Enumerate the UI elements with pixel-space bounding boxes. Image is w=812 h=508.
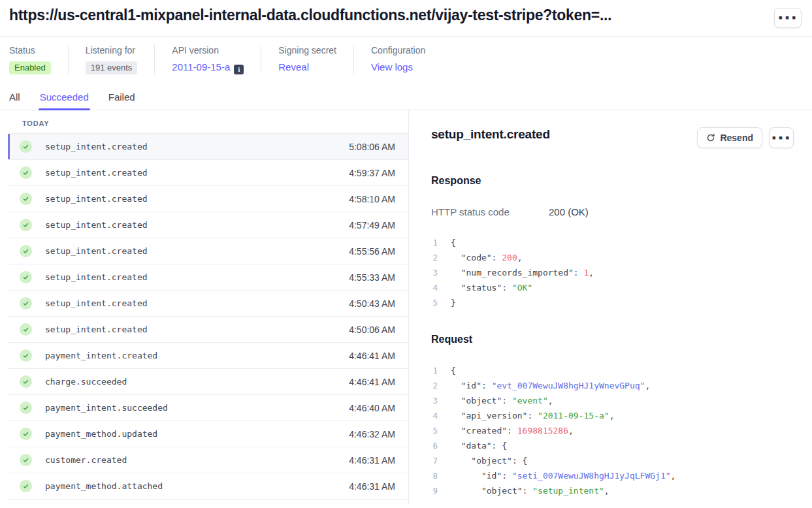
event-list-row[interactable]: setup_intent.created 5:08:06 AM — [8, 134, 408, 160]
endpoint-url-title: https://us-central1-mixpanel-internal-da… — [9, 7, 611, 24]
event-time: 4:50:43 AM — [349, 298, 408, 309]
http-status-label: HTTP status code — [431, 206, 549, 217]
event-time: 4:55:56 AM — [349, 246, 408, 257]
event-time: 4:50:06 AM — [349, 325, 408, 335]
success-check-icon — [20, 480, 32, 492]
response-heading: Response — [431, 175, 794, 187]
header-overflow-button[interactable]: ■ ■ ■ — [774, 8, 802, 28]
event-list-row[interactable]: setup_intent.created 4:58:10 AM — [8, 186, 408, 212]
success-check-icon — [20, 375, 32, 388]
event-list-row[interactable]: payment_intent.succeeded 4:46:40 AM — [8, 395, 408, 421]
refresh-icon — [706, 133, 715, 142]
success-check-icon — [20, 454, 32, 466]
event-time: 4:46:32 AM — [349, 429, 408, 439]
stat-status: Status Enabled — [9, 45, 68, 74]
event-name: setup_intent.created — [45, 272, 148, 282]
success-check-icon — [20, 271, 32, 283]
event-list-row[interactable]: charge.succeeded 4:46:41 AM — [8, 369, 408, 395]
success-check-icon — [20, 428, 32, 440]
success-check-icon — [20, 297, 32, 310]
event-list-row[interactable]: setup_intent.created 4:55:56 AM — [8, 238, 408, 264]
success-check-icon — [20, 245, 32, 257]
event-list-row[interactable]: setup_intent.created 4:50:43 AM — [8, 291, 408, 317]
stat-signing-secret-label: Signing secret — [278, 45, 336, 56]
view-logs-link[interactable]: View logs — [371, 61, 413, 72]
ellipsis-icon: ■ ■ ■ — [779, 15, 797, 21]
endpoint-stats: Status Enabled Listening for 191 events … — [0, 37, 812, 84]
event-name: customer.created — [45, 455, 127, 465]
event-name: payment_intent.succeeded — [45, 403, 168, 413]
event-name: setup_intent.created — [45, 246, 148, 256]
detail-overflow-button[interactable]: ■ ■ ■ — [769, 127, 794, 148]
event-name: setup_intent.created — [45, 220, 148, 230]
event-name: charge.succeeded — [45, 377, 127, 387]
stat-api-version-label: API version — [172, 45, 244, 56]
event-name: payment_intent.created — [45, 351, 157, 360]
event-list-row[interactable]: setup_intent.created 4:57:49 AM — [8, 212, 408, 238]
event-name: setup_intent.created — [45, 194, 148, 204]
event-list-row[interactable]: setup_intent.created 4:59:37 AM — [8, 160, 408, 186]
event-name: setup_intent.created — [45, 325, 148, 334]
event-name: setup_intent.created — [45, 168, 148, 178]
event-list: TODAY setup_intent.created 5:08:06 AM se… — [0, 110, 408, 504]
event-list-row[interactable]: payment_intent.created 4:46:41 AM — [8, 343, 408, 369]
event-time: 4:46:40 AM — [349, 403, 408, 413]
api-version-link[interactable]: 2011-09-15-a — [172, 61, 230, 72]
event-list-row[interactable]: setup_intent.created 4:55:33 AM — [8, 264, 408, 291]
success-check-icon — [20, 402, 32, 414]
events-count-badge: 191 events — [86, 61, 138, 74]
success-check-icon — [20, 323, 32, 336]
event-name: setup_intent.created — [45, 142, 148, 151]
event-detail-title: setup_intent.created — [431, 127, 550, 142]
event-time: 5:08:06 AM — [349, 142, 408, 152]
status-badge: Enabled — [9, 61, 51, 74]
request-heading: Request — [431, 334, 794, 345]
event-list-body: setup_intent.created 5:08:06 AM setup_in… — [8, 134, 408, 500]
tab-failed[interactable]: Failed — [108, 91, 135, 110]
stat-listening: Listening for 191 events — [68, 45, 155, 74]
info-icon[interactable]: i — [234, 65, 244, 74]
endpoint-header: https://us-central1-mixpanel-internal-da… — [0, 0, 812, 37]
event-time: 4:57:49 AM — [349, 220, 408, 230]
event-time: 4:46:31 AM — [349, 481, 408, 492]
event-time: 4:58:10 AM — [349, 194, 408, 204]
event-time: 4:59:37 AM — [349, 168, 408, 178]
stat-configuration: Configuration View logs — [353, 45, 442, 74]
event-time: 4:46:41 AM — [349, 351, 408, 361]
success-check-icon — [20, 349, 32, 362]
event-detail-panel: setup_intent.created Resend ■ ■ ■ Respon… — [408, 110, 812, 504]
stat-api-version: API version 2011-09-15-ai — [154, 45, 261, 74]
event-time: 4:46:41 AM — [349, 377, 408, 387]
response-code-block: 1{2 "code": 200,3 "num_records_imported"… — [431, 235, 794, 310]
event-list-row[interactable]: payment_method.attached 4:46:31 AM — [8, 473, 408, 500]
success-check-icon — [20, 167, 32, 179]
ellipsis-icon: ■ ■ ■ — [772, 135, 790, 141]
resend-button[interactable]: Resend — [697, 127, 762, 148]
success-check-icon — [20, 193, 32, 205]
stat-signing-secret: Signing secret Reveal — [261, 45, 353, 74]
result-filter-tabs: All Succeeded Failed — [0, 84, 812, 110]
stat-status-label: Status — [9, 45, 51, 56]
event-name: setup_intent.created — [45, 298, 148, 308]
success-check-icon — [20, 219, 32, 231]
resend-button-label: Resend — [720, 133, 753, 143]
event-name: payment_method.attached — [45, 481, 163, 491]
event-time: 4:46:31 AM — [349, 455, 408, 466]
event-time: 4:55:33 AM — [349, 272, 408, 283]
http-status-value: 200 (OK) — [549, 206, 589, 217]
event-list-row[interactable]: payment_method.updated 4:46:32 AM — [8, 421, 408, 447]
tab-succeeded[interactable]: Succeeded — [40, 91, 89, 110]
event-name: payment_method.updated — [45, 429, 157, 439]
tab-all[interactable]: All — [9, 91, 20, 110]
success-check-icon — [20, 140, 32, 153]
stat-configuration-label: Configuration — [371, 45, 425, 56]
event-list-row[interactable]: setup_intent.created 4:50:06 AM — [8, 317, 408, 343]
request-code-block: 1{2 "id": "evt_007WewuJW8hgHJ1yWnevGPuq"… — [431, 363, 794, 498]
event-group-label: TODAY — [8, 110, 408, 134]
reveal-secret-link[interactable]: Reveal — [278, 61, 309, 72]
stat-listening-label: Listening for — [86, 45, 138, 56]
event-list-row[interactable]: customer.created 4:46:31 AM — [8, 447, 408, 473]
